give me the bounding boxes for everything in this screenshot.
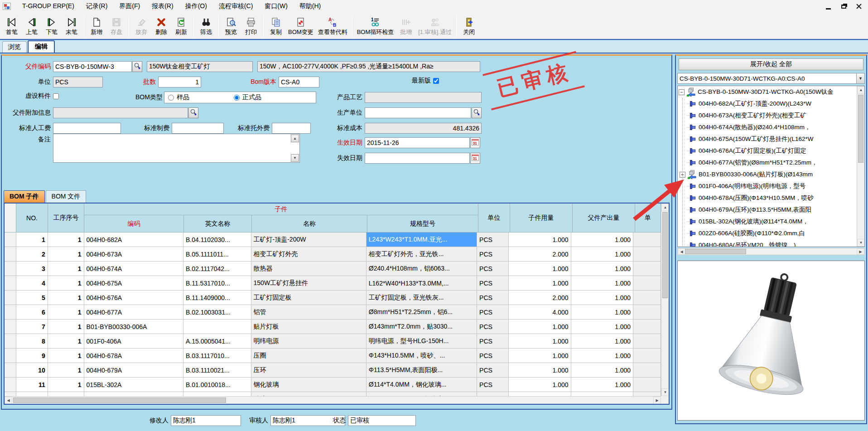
- table-row[interactable]: 61004H0-677AB.02.1003031...铝管Ø8mm*H51*T2…: [5, 305, 661, 320]
- bom-type-official-radio[interactable]: [234, 95, 240, 101]
- menu-item-2[interactable]: 界面(F): [113, 0, 146, 12]
- table-row[interactable]: 71B01-BYB00330-006A贴片灯板Ø143mm*T2.0mm，贴30…: [5, 320, 661, 334]
- scroll-down-icon[interactable]: ▼: [857, 239, 865, 247]
- table-row[interactable]: 51004H0-676AB.11.1409000...工矿灯固定板工矿灯固定板，…: [5, 291, 661, 305]
- scroll-down-icon[interactable]: ▼: [291, 154, 299, 162]
- effective-date-calendar-button[interactable]: 31: [470, 137, 480, 148]
- tree-node[interactable]: 004H0-675A(150W工矿灯悬挂件)(L162*W: [686, 133, 857, 145]
- note-scrollbar[interactable]: ▲ ▼: [291, 135, 299, 162]
- toolbar-nav-prev-button[interactable]: 上笔: [22, 14, 42, 39]
- tree-node[interactable]: 004H0-682A(工矿灯-顶盖-200W)(L243*W: [686, 98, 857, 110]
- scroll-down-icon[interactable]: ▼: [661, 388, 669, 396]
- restore-button[interactable]: [837, 1, 850, 11]
- labor-cost-input[interactable]: [53, 123, 121, 134]
- minimize-button[interactable]: [822, 1, 834, 11]
- toolbar-close-button[interactable]: 关闭: [459, 14, 479, 39]
- tree-node[interactable]: 004H0-678A(压圈)(Φ143*H10.5MM，喷砂: [686, 192, 857, 204]
- toolbar-copy-button[interactable]: 复制: [266, 14, 286, 39]
- toolbar-filter-button[interactable]: 筛选: [196, 14, 216, 39]
- scroll-up-icon[interactable]: ▲: [291, 135, 299, 142]
- menu-item-1[interactable]: 记录(R): [80, 0, 113, 12]
- table-row[interactable]: 111015BL-302AB.01.0010018...钢化玻璃Ø114*T4.…: [5, 378, 661, 392]
- scroll-up-icon[interactable]: ▲: [661, 203, 669, 211]
- tab-browse[interactable]: 浏览: [2, 41, 27, 53]
- table-horizontal-scrollbar[interactable]: ◀ ▶: [5, 396, 661, 404]
- tree-node[interactable]: −CS-BYB-0-150MW-30D71-WCTKG-A0(150W钛金: [678, 86, 857, 98]
- scrollbar-thumb[interactable]: [858, 95, 863, 163]
- tree-node[interactable]: +B01-BYB00330-006A(贴片灯板)(Ø143mm: [686, 169, 857, 180]
- tree-node[interactable]: 004H0-676A(工矿灯固定板)(工矿灯固定: [686, 145, 857, 157]
- toolbar-preview-button[interactable]: 预览: [221, 14, 241, 39]
- scroll-left-icon[interactable]: ◀: [678, 248, 685, 255]
- scrollbar-thumb[interactable]: [13, 397, 226, 403]
- scrollbar-thumb[interactable]: [662, 212, 668, 298]
- parent-code-lookup-button[interactable]: [132, 61, 142, 72]
- toolbar-print-button[interactable]: 打印: [241, 14, 261, 39]
- tree-node[interactable]: 004H0-674A(散热器)(Ø240.4*H108mm，: [686, 121, 857, 133]
- toolbar-nav-last-button[interactable]: 末笔: [62, 14, 82, 39]
- scroll-right-icon[interactable]: ▶: [857, 248, 864, 255]
- virtual-part-checkbox[interactable]: [53, 93, 59, 99]
- menu-item-5[interactable]: 流程审核(C): [213, 0, 259, 12]
- toolbar-bom-change-button[interactable]: BOM变更: [286, 14, 316, 39]
- toolbar-loop-check-button[interactable]: 1BOM循环检查: [355, 14, 396, 39]
- table-row[interactable]: 121002Z0-606AB.10.0540000...硅胶圈Φ110*Φ2.0…: [5, 392, 661, 396]
- latest-version-checkbox[interactable]: [433, 78, 439, 84]
- production-unit-input[interactable]: [365, 107, 471, 118]
- collapse-icon[interactable]: −: [679, 89, 685, 95]
- close-button[interactable]: [853, 1, 865, 11]
- table-row[interactable]: 21004H0-673AB.05.1111011...相变工矿灯外壳相变工矿灯外…: [5, 247, 661, 262]
- table-row[interactable]: 31004H0-674AB.02.1117042...散热器Ø240.4*H10…: [5, 262, 661, 276]
- effective-date-input[interactable]: [365, 137, 470, 148]
- expire-date-input[interactable]: [365, 153, 470, 164]
- tab-bom-files[interactable]: BOM 文件: [46, 190, 87, 203]
- parent-extra-info-lookup-button[interactable]: [188, 107, 198, 118]
- tab-edit[interactable]: 编辑: [28, 40, 55, 53]
- bom-type-sample-radio[interactable]: [168, 95, 174, 101]
- table-row[interactable]: 91004H0-678AB.03.1117010...压圈Φ143*H10.5M…: [5, 349, 661, 363]
- outsource-cost-input[interactable]: [272, 123, 311, 134]
- tab-bom-children[interactable]: BOM 子件: [4, 190, 45, 203]
- expand-icon[interactable]: +: [680, 172, 685, 178]
- table-row[interactable]: 101004H0-679AB.03.1110021...压环Φ113.5*H5M…: [5, 363, 661, 378]
- toolbar-substitute-button[interactable]: AB查看替代料: [316, 14, 350, 39]
- parent-code-input[interactable]: [53, 61, 132, 72]
- table-row[interactable]: 41004H0-675AB.11.5317010...150W工矿灯悬挂件L16…: [5, 276, 661, 291]
- scroll-up-icon[interactable]: ▲: [857, 86, 865, 94]
- table-vertical-scrollbar[interactable]: ▲ ▼: [661, 203, 669, 396]
- scrollbar-thumb[interactable]: [685, 249, 746, 254]
- production-unit-lookup-button[interactable]: [472, 107, 482, 118]
- table-row[interactable]: 81001F0-406AA.15.0005041...明纬电源明纬电源，型号HL…: [5, 334, 661, 349]
- menu-item-3[interactable]: 报表(R): [146, 0, 179, 12]
- scroll-left-icon[interactable]: ◀: [5, 397, 12, 404]
- table-row[interactable]: 11004H0-682AB.04.1102030...工矿灯-顶盖-200WL2…: [5, 232, 661, 247]
- toolbar-nav-next-button[interactable]: 下笔: [42, 14, 62, 39]
- expire-date-calendar-button[interactable]: 31: [470, 153, 480, 164]
- tree-node[interactable]: 004H0-673A(相变工矿灯外壳)(相变工矿: [686, 110, 857, 121]
- chevron-down-icon[interactable]: ▼: [856, 73, 864, 83]
- scroll-right-icon[interactable]: ▶: [653, 397, 661, 404]
- menu-item-6[interactable]: 窗口(W): [259, 0, 294, 12]
- note-textarea[interactable]: ▲ ▼: [53, 134, 300, 163]
- mfg-cost-input[interactable]: [172, 123, 224, 134]
- tree-node[interactable]: 004H0-680A(吊环)(M20、铁镀镍、): [686, 239, 857, 247]
- tree-vertical-scrollbar[interactable]: ▲ ▼: [857, 86, 864, 247]
- menu-item-0[interactable]: T-GROUP ERP(E): [16, 0, 80, 12]
- expand-collapse-all-button[interactable]: 展开/收起 全部: [679, 58, 863, 70]
- tree-node[interactable]: 004H0-679A(压环)(Φ113.5*H5MM,表面阳: [686, 204, 857, 216]
- bom-version-combo[interactable]: CS-BYB-0-150MW-30D71-WCTKG-A0:CS-A0 ▼: [677, 73, 865, 84]
- batch-input[interactable]: [158, 77, 201, 87]
- tree-node[interactable]: 004H0-677A(铝管)(Ø8mm*H51*T2.25mm，: [686, 157, 857, 169]
- toolbar-refresh-button[interactable]: 刷新: [171, 14, 191, 39]
- cell-seq: 1: [48, 334, 84, 349]
- menu-item-7[interactable]: 帮助(H): [294, 0, 327, 12]
- toolbar-new-button[interactable]: 新增: [87, 14, 106, 39]
- toolbar-delete-button[interactable]: 删除: [151, 14, 171, 39]
- bom-version-input[interactable]: [279, 77, 319, 87]
- tree-node[interactable]: 015BL-302A(钢化玻璃)(Ø114*T4.0MM，: [686, 216, 857, 228]
- toolbar-nav-first-button[interactable]: 首笔: [2, 14, 22, 39]
- menu-item-4[interactable]: 操作(O): [179, 0, 213, 12]
- tree-node[interactable]: 002Z0-606A(硅胶圈)(Φ110*Φ2.0mm,白: [686, 228, 857, 239]
- tree-node[interactable]: 001F0-406A(明纬电源)(明纬电源，型号: [686, 180, 857, 192]
- tree-horizontal-scrollbar[interactable]: ◀ ▶: [677, 248, 865, 255]
